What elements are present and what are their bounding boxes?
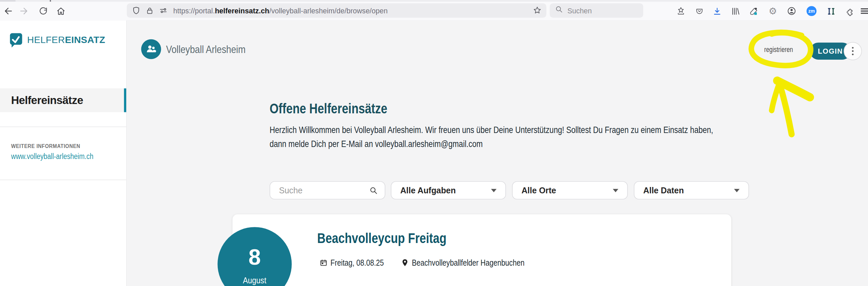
more-options-button[interactable] — [844, 42, 862, 60]
date-filter-dropdown[interactable]: Alle Daten — [634, 181, 749, 200]
register-link[interactable]: registrieren — [757, 45, 801, 53]
home-icon — [56, 6, 66, 16]
logo-text: HELFEREINSATZ — [27, 35, 105, 46]
logo-check-bubble-icon — [8, 33, 23, 48]
account-icon[interactable] — [784, 4, 799, 18]
back-arrow-icon — [3, 6, 13, 16]
extensions-puzzle-icon[interactable] — [843, 4, 857, 18]
zm-badge: zm — [807, 6, 816, 16]
pocket-icon[interactable] — [692, 4, 706, 18]
browser-toolbar: https://portal.helfereinsatz.ch/volleyba… — [0, 0, 868, 21]
chevron-down-icon — [734, 189, 740, 192]
sidebar-divider — [0, 127, 126, 127]
home-button[interactable] — [54, 4, 67, 18]
chevron-down-icon — [613, 189, 619, 192]
colorpicker-extension-icon[interactable] — [746, 4, 761, 18]
chevron-down-icon — [491, 189, 497, 192]
browser-search-input[interactable] — [566, 6, 635, 15]
search-icon — [369, 186, 378, 195]
sidebar-divider — [0, 180, 126, 180]
page: https://portal.helfereinsatz.ch/volleyba… — [0, 0, 868, 286]
reload-button[interactable] — [36, 4, 50, 18]
event-meta: Freitag, 08.08.25 Beachvolleyballfelder … — [319, 257, 552, 268]
library-icon[interactable] — [728, 4, 742, 18]
event-month: August — [217, 276, 291, 286]
app-content: HELFEREINSATZ Helfereinsätze WEITERE INF… — [0, 20, 868, 286]
forward-button[interactable] — [18, 4, 31, 18]
org-name: Volleyball Arlesheim — [166, 44, 259, 56]
gear-extension-icon[interactable]: ⚙ — [766, 4, 780, 18]
lock-icon[interactable] — [146, 6, 154, 15]
sidebar-info-link[interactable]: www.volleyball-arlesheim.ch — [11, 152, 112, 161]
event-search-input[interactable] — [278, 185, 363, 195]
bookmarks-toolbar-icon[interactable] — [674, 4, 688, 18]
calendar-icon — [319, 258, 328, 267]
search-icon — [555, 6, 563, 16]
event-location-item: Beachvolleyballfelder Hagenbuchen — [401, 258, 545, 267]
dark-extension-icon[interactable] — [824, 4, 838, 18]
tabstrip-sliver — [0, 0, 868, 2]
task-filter-dropdown[interactable]: Alle Aufgaben — [391, 181, 506, 200]
group-icon — [145, 43, 157, 55]
url-bar[interactable]: https://portal.helfereinsatz.ch/volleyba… — [127, 3, 547, 18]
forward-arrow-icon — [19, 6, 29, 16]
place-filter-dropdown[interactable]: Alle Orte — [512, 181, 627, 200]
url-text[interactable]: https://portal.helfereinsatz.ch/volleyba… — [173, 6, 388, 15]
main-area: Volleyball Arlesheim registrieren LOGIN … — [126, 20, 868, 286]
shield-icon[interactable] — [132, 6, 141, 15]
sidebar-item-helfereinsaetze[interactable]: Helfereinsätze — [0, 88, 126, 112]
reload-icon — [38, 6, 48, 16]
bookmark-star-icon[interactable] — [533, 6, 542, 17]
back-button[interactable] — [1, 4, 14, 18]
org-avatar — [141, 39, 161, 59]
zoom-extension-icon[interactable]: zm — [804, 4, 818, 18]
event-card[interactable] — [232, 214, 731, 286]
sidebar: HELFEREINSATZ Helfereinsätze WEITERE INF… — [0, 20, 127, 286]
event-day: 8 — [217, 245, 291, 270]
intro-text: Herzlich Willkommen bei Volleyball Arles… — [270, 123, 824, 151]
active-indicator — [124, 88, 126, 112]
event-date-item: Freitag, 08.08.25 — [319, 258, 393, 267]
helfereinsatz-logo[interactable]: HELFEREINSATZ — [8, 33, 105, 48]
event-search-field[interactable] — [270, 181, 385, 200]
event-title[interactable]: Beachvolleycup Freitag — [317, 230, 479, 247]
page-title: Offene Helfereinsätze — [270, 100, 417, 117]
sidebar-item-label: Helfereinsätze — [11, 94, 83, 107]
app-menu-icon[interactable] — [857, 4, 868, 18]
browser-search-bar[interactable] — [550, 3, 643, 18]
sidebar-info-heading: WEITERE INFORMATIONEN — [11, 143, 93, 149]
downloads-icon[interactable] — [710, 4, 724, 18]
location-pin-icon — [401, 258, 409, 267]
permissions-icon[interactable] — [159, 6, 168, 15]
